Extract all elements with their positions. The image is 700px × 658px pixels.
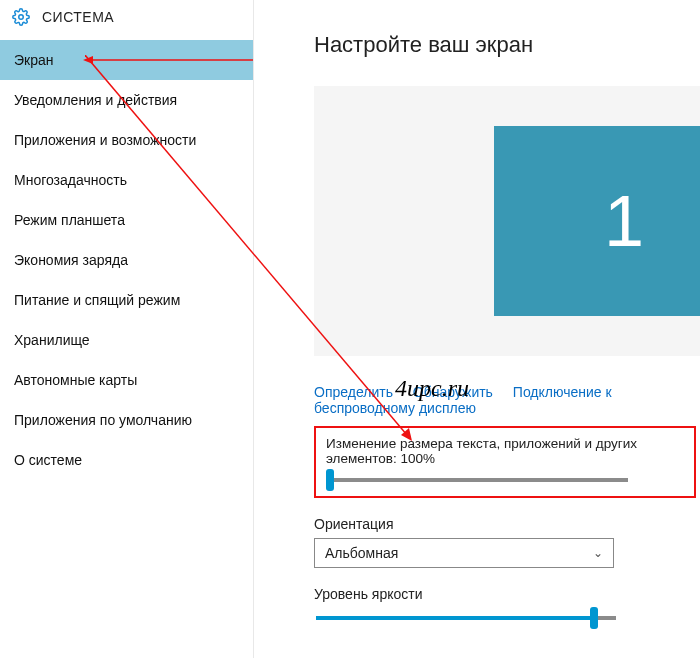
- brightness-label: Уровень яркости: [314, 586, 700, 602]
- scale-slider-thumb[interactable]: [326, 469, 334, 491]
- sidebar-item-power-sleep[interactable]: Питание и спящий режим: [0, 280, 253, 320]
- svg-point-0: [19, 15, 24, 20]
- sidebar-item-display[interactable]: Экран: [0, 40, 253, 80]
- display-number: 1: [604, 180, 644, 262]
- sidebar-item-multitasking[interactable]: Многозадачность: [0, 160, 253, 200]
- brightness-track-remainder: [596, 616, 616, 620]
- sidebar-item-about[interactable]: О системе: [0, 440, 253, 480]
- orientation-value: Альбомная: [325, 545, 398, 561]
- scale-label: Изменение размера текста, приложений и д…: [326, 436, 684, 466]
- sidebar-item-label: Приложения и возможности: [14, 132, 196, 148]
- nav-list: Экран Уведомления и действия Приложения …: [0, 40, 253, 480]
- sidebar-item-label: Приложения по умолчанию: [14, 412, 192, 428]
- identify-link[interactable]: Определить: [314, 384, 393, 400]
- sidebar-item-label: Уведомления и действия: [14, 92, 177, 108]
- sidebar-item-label: Режим планшета: [14, 212, 125, 228]
- sidebar-item-storage[interactable]: Хранилище: [0, 320, 253, 360]
- gear-icon: [12, 8, 30, 26]
- annotation-arrow-small: [83, 55, 253, 65]
- sidebar-item-offline-maps[interactable]: Автономные карты: [0, 360, 253, 400]
- main-panel: Настройте ваш экран 1 Определить Обнаруж…: [254, 0, 700, 658]
- display-preview: 1: [314, 86, 700, 356]
- orientation-label: Ориентация: [314, 516, 700, 532]
- scale-highlight-box: Изменение размера текста, приложений и д…: [314, 426, 696, 498]
- sidebar-item-label: О системе: [14, 452, 82, 468]
- sidebar-item-default-apps[interactable]: Приложения по умолчанию: [0, 400, 253, 440]
- display-tile-1[interactable]: 1: [494, 126, 700, 316]
- sidebar-item-notifications[interactable]: Уведомления и действия: [0, 80, 253, 120]
- sidebar-item-label: Многозадачность: [14, 172, 127, 188]
- sidebar-item-tablet-mode[interactable]: Режим планшета: [0, 200, 253, 240]
- chevron-down-icon: ⌄: [593, 546, 603, 560]
- settings-sidebar: СИСТЕМА Экран Уведомления и действия При…: [0, 0, 254, 658]
- brightness-slider[interactable]: [316, 616, 616, 620]
- sidebar-item-battery-saver[interactable]: Экономия заряда: [0, 240, 253, 280]
- sidebar-item-apps-features[interactable]: Приложения и возможности: [0, 120, 253, 160]
- sidebar-item-label: Экономия заряда: [14, 252, 128, 268]
- page-title: Настройте ваш экран: [314, 32, 700, 58]
- brightness-slider-thumb[interactable]: [590, 607, 598, 629]
- scale-slider[interactable]: [328, 478, 628, 482]
- sidebar-item-label: Питание и спящий режим: [14, 292, 180, 308]
- display-actions-row: Определить Обнаружить Подключение к бесп…: [314, 384, 700, 416]
- sidebar-item-label: Автономные карты: [14, 372, 137, 388]
- orientation-select[interactable]: Альбомная ⌄: [314, 538, 614, 568]
- svg-marker-2: [83, 56, 93, 64]
- sidebar-item-label: Хранилище: [14, 332, 90, 348]
- header-title: СИСТЕМА: [42, 9, 114, 25]
- settings-header: СИСТЕМА: [0, 0, 253, 40]
- sidebar-item-label: Экран: [14, 52, 54, 68]
- detect-link[interactable]: Обнаружить: [413, 384, 493, 400]
